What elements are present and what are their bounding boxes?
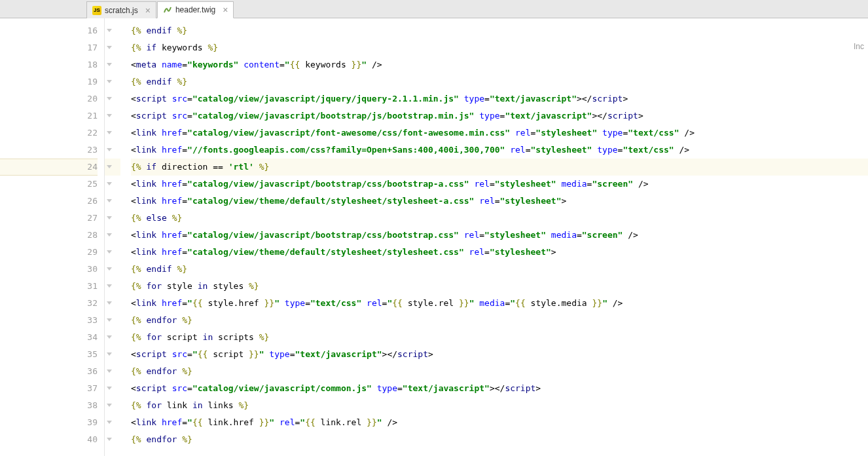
fold-marker[interactable]	[105, 22, 120, 39]
code-line[interactable]: {% for style in styles %}	[131, 278, 868, 295]
gutter: 1617181920212223242526272829303132333435…	[0, 18, 105, 456]
code-line[interactable]: {% endfor %}	[131, 363, 868, 380]
fold-marker[interactable]	[105, 346, 120, 363]
twig-file-icon	[163, 5, 172, 14]
code-line[interactable]: {% if keywords %}	[131, 39, 868, 56]
js-file-icon: JS	[92, 6, 101, 15]
line-number[interactable]: 24	[0, 159, 98, 176]
fold-marker[interactable]	[105, 278, 120, 295]
line-number[interactable]: 19	[0, 73, 98, 90]
code-line[interactable]: <link href="catalog/view/javascript/boot…	[131, 227, 868, 244]
code-line[interactable]: {% endfor %}	[131, 431, 868, 448]
line-number[interactable]: 18	[0, 56, 98, 73]
code-line[interactable]: {% for link in links %}	[131, 397, 868, 414]
code-area[interactable]: {% endif %}{% if keywords %}<meta name="…	[120, 18, 868, 456]
code-line[interactable]: {% for script in scripts %}	[131, 329, 868, 346]
code-line[interactable]: <link href="catalog/view/theme/default/s…	[131, 193, 868, 210]
line-number[interactable]: 38	[0, 397, 98, 414]
line-number[interactable]: 37	[0, 380, 98, 397]
tab-label: header.twig	[175, 5, 215, 14]
fold-column	[105, 18, 120, 456]
line-number[interactable]: 40	[0, 431, 98, 448]
code-line[interactable]: {% endif %}	[131, 261, 868, 278]
code-line[interactable]: <link href="catalog/view/theme/default/s…	[131, 244, 868, 261]
fold-marker[interactable]	[105, 107, 120, 124]
code-line[interactable]: <script src="catalog/view/javascript/boo…	[131, 107, 868, 124]
line-number[interactable]: 33	[0, 312, 98, 329]
code-line[interactable]: <link href="catalog/view/javascript/font…	[131, 124, 868, 142]
code-line[interactable]: <script src="catalog/view/javascript/com…	[131, 380, 868, 397]
line-number[interactable]: 34	[0, 329, 98, 346]
close-icon[interactable]: ×	[223, 5, 228, 14]
line-number[interactable]: 26	[0, 193, 98, 210]
fold-marker[interactable]	[105, 380, 120, 397]
fold-marker[interactable]	[105, 210, 120, 227]
code-line[interactable]: <link href="{{ link.href }}" rel="{{ lin…	[131, 414, 868, 431]
code-line[interactable]: <meta name="keywords" content="{{ keywor…	[131, 56, 868, 73]
code-line[interactable]: {% endfor %}	[131, 312, 868, 329]
fold-marker[interactable]	[105, 227, 120, 244]
line-number[interactable]: 36	[0, 363, 98, 380]
line-number[interactable]: 39	[0, 414, 98, 431]
fold-marker[interactable]	[105, 329, 120, 346]
tab-header-twig[interactable]: header.twig×	[157, 1, 234, 18]
fold-marker[interactable]	[105, 39, 120, 56]
fold-marker[interactable]	[105, 397, 120, 414]
code-editor: JSscratch.js×header.twig× Inc 1617181920…	[0, 0, 868, 456]
line-number[interactable]: 29	[0, 244, 98, 261]
code-line[interactable]: <script src="{{ script }}" type="text/ja…	[131, 346, 868, 363]
fold-marker[interactable]	[105, 312, 120, 329]
tab-scratch-js[interactable]: JSscratch.js×	[86, 1, 156, 18]
fold-marker[interactable]	[105, 124, 120, 142]
line-number[interactable]: 32	[0, 295, 98, 312]
fold-marker[interactable]	[105, 295, 120, 312]
fold-marker[interactable]	[105, 363, 120, 380]
line-number[interactable]: 20	[0, 90, 98, 107]
fold-marker[interactable]	[105, 56, 120, 73]
code-line[interactable]: {% endif %}	[131, 73, 868, 90]
fold-marker[interactable]	[105, 90, 120, 107]
fold-marker[interactable]	[105, 261, 120, 278]
code-line[interactable]: {% if direction == 'rtl' %}	[131, 159, 868, 176]
fold-marker[interactable]	[105, 159, 120, 176]
code-line[interactable]: <link href="{{ style.href }}" type="text…	[131, 295, 868, 312]
fold-marker[interactable]	[105, 73, 120, 90]
tab-label: scratch.js	[105, 6, 138, 15]
code-line[interactable]: <link href="catalog/view/javascript/boot…	[131, 176, 868, 193]
line-number[interactable]: 22	[0, 124, 98, 142]
line-number[interactable]: 30	[0, 261, 98, 278]
close-icon[interactable]: ×	[145, 6, 151, 15]
line-number[interactable]: 27	[0, 210, 98, 227]
line-number[interactable]: 17	[0, 39, 98, 56]
editor-body: Inc 161718192021222324252627282930313233…	[0, 18, 868, 456]
line-number[interactable]: 16	[0, 22, 98, 39]
fold-marker[interactable]	[105, 414, 120, 431]
fold-marker[interactable]	[105, 176, 120, 193]
fold-marker[interactable]	[105, 142, 120, 159]
fold-marker[interactable]	[105, 431, 120, 448]
fold-marker[interactable]	[105, 193, 120, 210]
line-number[interactable]: 23	[0, 142, 98, 159]
code-line[interactable]: {% endif %}	[131, 22, 868, 39]
line-number[interactable]: 31	[0, 278, 98, 295]
line-number[interactable]: 28	[0, 227, 98, 244]
code-line[interactable]: <link href="//fonts.googleapis.com/css?f…	[131, 142, 868, 159]
line-number[interactable]: 35	[0, 346, 98, 363]
code-line[interactable]: {% else %}	[131, 210, 868, 227]
line-number[interactable]: 25	[0, 176, 98, 193]
line-number[interactable]: 21	[0, 107, 98, 124]
code-line[interactable]: <script src="catalog/view/javascript/jqu…	[131, 90, 868, 107]
fold-marker[interactable]	[105, 244, 120, 261]
tab-bar: JSscratch.js×header.twig×	[0, 0, 868, 18]
